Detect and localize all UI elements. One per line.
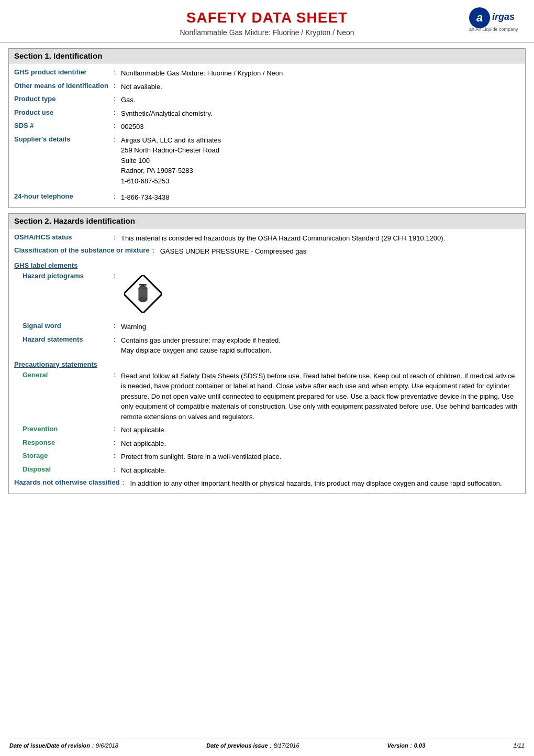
general-label: General: [14, 371, 114, 379]
storage-label: Storage: [14, 452, 114, 459]
response-row: Response : Not applicable.: [14, 437, 520, 451]
storage-row: Storage : Protect from sunlight. Store i…: [14, 450, 520, 464]
version-item: Version : 0.03: [387, 742, 425, 749]
supplier-row: Supplier's details : Airgas USA, LLC and…: [14, 134, 520, 188]
ghs-label-elements-heading: GHS label elements: [14, 258, 520, 270]
supplier-label: Supplier's details: [14, 135, 114, 143]
prev-issue-label: Date of previous issue: [206, 742, 268, 749]
sds-number-row: SDS # : 002503: [14, 120, 520, 134]
issue-date-item: Date of issue/Date of revision : 9/6/201…: [9, 742, 118, 749]
product-use-row: Product use : Synthetic/Analytical chemi…: [14, 107, 520, 120]
response-value: Not applicable.: [121, 439, 520, 449]
section-2-body: OSHA/HCS status : This material is consi…: [9, 228, 525, 494]
osha-label: OSHA/HCS status: [14, 233, 114, 241]
sds-label: SDS #: [14, 122, 114, 129]
telephone-label: 24-hour telephone: [14, 192, 114, 200]
section-1-body: GHS product identifier : Nonflammable Ga…: [9, 63, 525, 207]
svg-rect-9: [139, 284, 147, 286]
ghs-product-identifier-label: GHS product identifier: [14, 68, 114, 76]
page-title: SAFETY DATA SHEET: [10, 9, 524, 26]
svg-text:an Air Liquide company: an Air Liquide company: [469, 27, 518, 32]
telephone-value: 1-866-734-3438: [121, 192, 520, 203]
svg-text:irgas: irgas: [492, 12, 515, 22]
section-2: Section 2. Hazards identification OSHA/H…: [8, 213, 526, 494]
prevention-value: Not applicable.: [121, 425, 520, 435]
compressed-gas-diamond: [124, 275, 162, 313]
product-type-value: Gas.: [121, 95, 520, 105]
prevention-row: Prevention : Not applicable.: [14, 423, 520, 437]
disposal-row: Disposal : Not applicable.: [14, 464, 520, 477]
section-1-header: Section 1. Identification: [9, 49, 525, 63]
response-label: Response: [14, 439, 114, 446]
precautionary-heading: Precautionary statements: [14, 357, 520, 369]
signal-word-row: Signal word : Warning: [14, 320, 520, 334]
svg-text:a: a: [476, 11, 483, 24]
logo-svg: a irgas an Air Liquide company: [469, 7, 521, 37]
other-means-value: Not available.: [121, 82, 520, 92]
sds-value: 002503: [121, 122, 520, 132]
supplier-value: Airgas USA, LLC and its affiliates 259 N…: [121, 135, 520, 187]
osha-row: OSHA/HCS status : This material is consi…: [14, 232, 520, 245]
telephone-row: 24-hour telephone : 1-866-734-3438: [14, 191, 520, 204]
hazard-pictograms-label: Hazard pictograms: [14, 272, 114, 280]
general-value: Read and follow all Safety Data Sheets (…: [121, 371, 520, 422]
signal-word-value: Warning: [121, 322, 520, 332]
osha-value: This material is considered hazardous by…: [121, 233, 520, 244]
hazard-statements-value: Contains gas under pressure; may explode…: [121, 335, 520, 356]
hazard-statements-row: Hazard statements : Contains gas under p…: [14, 334, 520, 357]
ghs-product-identifier-value: Nonflammable Gas Mixture: Fluorine / Kry…: [121, 68, 520, 79]
storage-value: Protect from sunlight. Store in a well-v…: [121, 452, 520, 462]
signal-word-label: Signal word: [14, 322, 114, 330]
page-number-item: 1/11: [514, 742, 525, 749]
classification-label: Classification of the substance or mixtu…: [14, 246, 153, 254]
issue-date-value: 9/6/2018: [96, 742, 118, 749]
airgas-logo: a irgas an Air Liquide company: [469, 7, 521, 38]
general-row: General : Read and follow all Safety Dat…: [14, 369, 520, 424]
product-type-row: Product type : Gas.: [14, 93, 520, 107]
product-use-value: Synthetic/Analytical chemistry.: [121, 108, 520, 119]
hazards-not-label: Hazards not otherwise classified: [14, 478, 123, 486]
product-use-label: Product use: [14, 108, 114, 116]
other-means-row: Other means of identification : Not avai…: [14, 80, 520, 94]
classification-row: Classification of the substance or mixtu…: [14, 245, 520, 258]
disposal-value: Not applicable.: [121, 465, 520, 476]
hazard-statements-label: Hazard statements: [14, 335, 114, 343]
page-header: SAFETY DATA SHEET Nonflammable Gas Mixtu…: [0, 0, 534, 43]
section-2-header: Section 2. Hazards identification: [9, 214, 525, 228]
prev-issue-item: Date of previous issue : 8/17/2016: [206, 742, 299, 749]
issue-date-label: Date of issue/Date of revision: [9, 742, 90, 749]
disposal-label: Disposal: [14, 465, 114, 473]
product-type-label: Product type: [14, 95, 114, 103]
section-1: Section 1. Identification GHS product id…: [8, 48, 526, 208]
svg-point-7: [139, 298, 147, 302]
ghs-product-identifier-row: GHS product identifier : Nonflammable Ga…: [14, 67, 520, 80]
other-means-label: Other means of identification: [14, 82, 114, 90]
classification-value: GASES UNDER PRESSURE - Compressed gas: [160, 246, 520, 257]
version-value: 0.03: [414, 742, 425, 749]
page-number: 1/11: [514, 742, 525, 749]
version-label: Version: [387, 742, 408, 749]
hazard-pictograms-row: Hazard pictograms :: [14, 270, 520, 321]
hazards-not-row: Hazards not otherwise classified : In ad…: [14, 477, 520, 490]
hazard-pictogram: [121, 272, 520, 319]
page-subtitle: Nonflammable Gas Mixture: Fluorine / Kry…: [10, 28, 524, 37]
page-footer: Date of issue/Date of revision : 9/6/201…: [8, 739, 526, 752]
prev-issue-value: 8/17/2016: [274, 742, 299, 749]
hazards-not-value: In addition to any other important healt…: [130, 478, 520, 489]
prevention-label: Prevention: [14, 425, 114, 433]
